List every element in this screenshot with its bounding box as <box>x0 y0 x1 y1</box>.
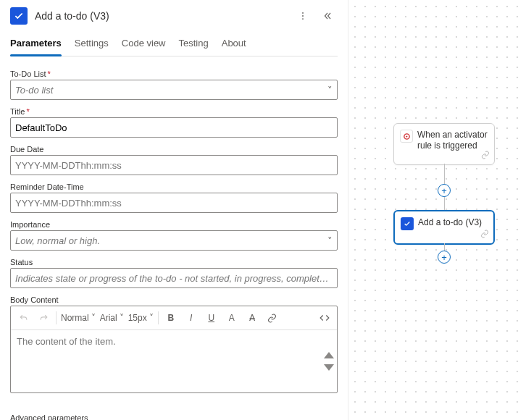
tab-settings[interactable]: Settings <box>75 33 109 56</box>
code-toggle-button[interactable] <box>317 309 333 327</box>
panel-header: Add a to-do (V3) <box>10 0 338 33</box>
action-node-icon <box>401 217 414 230</box>
format-select[interactable]: Normal˅ <box>61 309 96 327</box>
font-color-button[interactable]: A <box>224 309 240 327</box>
scroll-arrows <box>324 352 334 371</box>
svg-point-0 <box>302 12 304 14</box>
flow-canvas[interactable]: When an activator rule is triggered + Ad… <box>348 0 518 420</box>
reminder-label: Reminder Date-Time <box>10 182 338 191</box>
node-link-icon[interactable] <box>480 230 489 240</box>
svg-point-2 <box>302 18 304 20</box>
action-node[interactable]: Add a to-do (V3) <box>393 210 495 245</box>
undo-icon <box>19 314 28 323</box>
redo-button[interactable] <box>35 309 51 327</box>
panel-title: Add a to-do (V3) <box>35 10 293 22</box>
node-link-icon[interactable] <box>481 151 490 161</box>
chevron-down-icon: ˅ <box>327 85 333 96</box>
tab-code-view[interactable]: Code view <box>122 33 166 56</box>
redo-icon <box>39 314 49 323</box>
add-step-button[interactable]: + <box>438 184 451 197</box>
clear-format-button[interactable]: A̶ <box>244 309 260 327</box>
connector <box>444 164 445 184</box>
tab-about[interactable]: About <box>222 33 246 56</box>
undo-button[interactable] <box>15 309 31 327</box>
title-label: Title* <box>10 107 338 116</box>
erase-icon: A̶ <box>249 313 255 323</box>
trigger-icon <box>400 130 413 143</box>
chevron-down-icon: ˅ <box>149 313 154 323</box>
scroll-down-icon[interactable] <box>324 364 334 371</box>
chevron-down-icon: ˅ <box>327 235 333 246</box>
tab-parameters[interactable]: Parameters <box>10 33 62 56</box>
tabs: Parameters Settings Code view Testing Ab… <box>10 33 338 56</box>
collapse-button[interactable] <box>317 6 338 26</box>
chevron-down-icon: ˅ <box>91 313 96 323</box>
svg-point-1 <box>302 15 304 17</box>
code-icon <box>319 313 330 323</box>
properties-panel: Add a to-do (V3) Parameters Settings Cod… <box>0 0 348 420</box>
add-step-button[interactable]: + <box>438 251 451 264</box>
action-icon <box>10 7 28 25</box>
connector <box>444 197 445 211</box>
size-select[interactable]: 15px˅ <box>128 309 154 327</box>
status-input[interactable]: Indicates state or progress of the to-do… <box>10 268 338 288</box>
check-icon <box>404 220 411 227</box>
todo-list-label: To-Do List* <box>10 70 338 78</box>
action-title: Add a to-do (V3) <box>418 217 482 228</box>
trigger-title: When an activator rule is triggered <box>417 130 488 151</box>
more-button[interactable] <box>293 6 313 26</box>
todo-list-select[interactable]: To-do list ˅ <box>10 80 338 100</box>
due-date-input[interactable] <box>10 155 338 175</box>
status-label: Status <box>10 258 338 266</box>
body-label: Body Content <box>10 295 338 304</box>
tab-testing[interactable]: Testing <box>179 33 209 56</box>
connector <box>444 243 445 251</box>
editor-toolbar: Normal˅ Arial˅ 15px˅ B I U A A̶ <box>11 306 337 330</box>
importance-label: Importance <box>10 220 338 229</box>
underline-button[interactable]: U <box>204 309 220 327</box>
chevron-down-icon: ˅ <box>120 313 124 323</box>
advanced-label: Advanced parameters <box>10 413 230 420</box>
font-select[interactable]: Arial˅ <box>100 309 124 327</box>
editor-body[interactable]: The content of the item. <box>11 330 337 392</box>
reminder-input[interactable] <box>10 193 338 213</box>
rich-text-editor: Normal˅ Arial˅ 15px˅ B I U A A̶ The cont… <box>10 306 338 393</box>
scroll-up-icon[interactable] <box>324 352 334 358</box>
link-button[interactable] <box>264 309 280 327</box>
title-input[interactable] <box>10 117 338 138</box>
link-icon <box>267 314 277 323</box>
italic-button[interactable]: I <box>183 309 199 327</box>
bold-button[interactable]: B <box>163 309 179 327</box>
check-icon <box>14 11 24 21</box>
trigger-node[interactable]: When an activator rule is triggered <box>393 123 495 165</box>
chevron-double-left-icon <box>322 11 333 21</box>
importance-select[interactable]: Low, normal or high. ˅ <box>10 230 338 251</box>
more-vertical-icon <box>298 11 308 21</box>
due-date-label: Due Date <box>10 145 338 154</box>
